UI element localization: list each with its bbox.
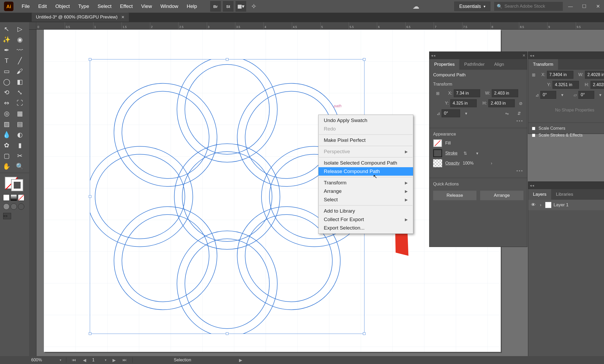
zoom-tool-icon[interactable]: 🔍: [13, 161, 26, 172]
opacity-chevron-icon[interactable]: ›: [487, 159, 496, 167]
prop-h-input[interactable]: 2.403 in: [488, 99, 515, 107]
menu-object[interactable]: Object: [51, 0, 74, 13]
menu-file[interactable]: File: [17, 0, 34, 13]
menu-window[interactable]: Window: [156, 0, 182, 13]
tf-h-input[interactable]: 2.4028 in: [591, 81, 604, 89]
scale-strokes-checkbox[interactable]: [532, 134, 535, 137]
selection-tool-icon[interactable]: ↖: [0, 24, 13, 34]
horizontal-ruler[interactable]: 00.511.522.533.544.555.566.577.588.599.5: [36, 22, 604, 30]
tab-transform[interactable]: Transform: [528, 59, 558, 70]
stock-icon[interactable]: St: [223, 1, 233, 12]
rotate-tool-icon[interactable]: ⟲: [0, 87, 13, 98]
zoom-level-input[interactable]: 600%: [31, 358, 55, 362]
first-artboard-icon[interactable]: ⏮: [71, 357, 77, 363]
fill-swatch-icon[interactable]: [433, 139, 442, 147]
menu-edit[interactable]: Edit: [34, 0, 51, 13]
arrange-documents-icon[interactable]: ▦▾: [236, 1, 246, 12]
menu-type[interactable]: Type: [74, 0, 93, 13]
ruler-origin-icon[interactable]: [29, 22, 36, 30]
rotate-chevron-icon[interactable]: ▾: [462, 109, 471, 117]
tf-rotate-input[interactable]: 0°: [540, 91, 556, 99]
curvature-tool-icon[interactable]: 〰: [13, 45, 26, 55]
blend-tool-icon[interactable]: ◐: [13, 129, 26, 140]
draw-behind-icon[interactable]: [11, 203, 17, 210]
cloud-sync-icon[interactable]: ☁: [409, 0, 423, 13]
layer-name-label[interactable]: Layer 1: [554, 202, 604, 208]
release-button[interactable]: Release: [433, 191, 476, 200]
context-menu-item[interactable]: Select▶: [319, 195, 413, 204]
window-minimize-icon[interactable]: —: [564, 3, 577, 10]
none-mode-icon[interactable]: [18, 194, 24, 201]
tf-x-input[interactable]: 7.3404 in: [547, 71, 573, 79]
tf-w-input[interactable]: 2.4028 in: [585, 71, 604, 79]
context-menu-item[interactable]: Add to Library: [319, 207, 413, 215]
tf-y-input[interactable]: 4.3251 in: [553, 81, 579, 89]
lasso-tool-icon[interactable]: ◉: [13, 34, 26, 45]
expand-layer-icon[interactable]: ›: [538, 202, 543, 208]
menu-effect[interactable]: Effect: [116, 0, 137, 13]
column-graph-tool-icon[interactable]: ▮: [13, 140, 26, 151]
opacity-swatch-icon[interactable]: [433, 159, 442, 167]
last-artboard-icon[interactable]: ⏭: [122, 357, 128, 363]
type-tool-icon[interactable]: T: [0, 55, 13, 66]
scale-corners-checkbox[interactable]: [532, 127, 535, 130]
slice-tool-icon[interactable]: ✂: [13, 151, 26, 161]
magic-wand-tool-icon[interactable]: ✨: [0, 34, 13, 45]
eyedropper-tool-icon[interactable]: 💧: [0, 129, 13, 140]
shaper-tool-icon[interactable]: ◯: [0, 77, 13, 87]
stock-search-input[interactable]: 🔍 Search Adobe Stock: [494, 2, 563, 11]
screen-mode-icon[interactable]: ▭: [3, 213, 11, 219]
perspective-grid-tool-icon[interactable]: ▦: [13, 108, 26, 119]
more-transform-icon[interactable]: •••: [429, 118, 527, 126]
document-tab[interactable]: Untitled-3* @ 600% (RGB/GPU Preview) ✕: [32, 13, 129, 22]
stroke-profile-icon[interactable]: ▾: [473, 149, 482, 157]
rectangle-tool-icon[interactable]: ▭: [0, 66, 13, 77]
prop-x-input[interactable]: 7.34 in: [454, 89, 480, 97]
gradient-mode-icon[interactable]: [11, 194, 17, 201]
symbol-sprayer-tool-icon[interactable]: ✿: [0, 140, 13, 151]
visibility-toggle-icon[interactable]: 👁: [530, 202, 536, 208]
prev-artboard-icon[interactable]: ◀: [82, 357, 87, 363]
flip-horizontal-icon[interactable]: ⇋: [502, 109, 511, 117]
draw-normal-icon[interactable]: [3, 203, 10, 210]
next-artboard-icon[interactable]: ▶: [111, 357, 117, 363]
context-menu-item[interactable]: Make Pixel Perfect: [319, 136, 413, 144]
shape-builder-tool-icon[interactable]: ◎: [0, 108, 13, 119]
artboard-number-input[interactable]: 1: [92, 358, 100, 362]
more-appearance-icon[interactable]: •••: [429, 168, 527, 176]
tab-libraries[interactable]: Libraries: [551, 189, 578, 200]
link-wh-icon[interactable]: ⊘: [518, 99, 523, 107]
panel-close-icon[interactable]: ✕: [522, 53, 526, 58]
color-mode-icon[interactable]: [3, 194, 10, 201]
eraser-tool-icon[interactable]: ◧: [13, 77, 26, 87]
context-menu-item[interactable]: Release Compound Path: [319, 167, 413, 176]
context-menu-item[interactable]: Arrange▶: [319, 187, 413, 195]
width-tool-icon[interactable]: ⇔: [0, 98, 13, 108]
vertical-ruler[interactable]: [29, 30, 36, 356]
prop-y-input[interactable]: 4.325 in: [450, 99, 477, 107]
window-close-icon[interactable]: ✕: [592, 3, 604, 10]
paintbrush-tool-icon[interactable]: 🖌: [13, 66, 26, 77]
fill-stroke-swatch[interactable]: [5, 177, 23, 191]
menu-select[interactable]: Select: [93, 0, 116, 13]
flip-vertical-icon[interactable]: ⇵: [514, 109, 523, 117]
direct-selection-tool-icon[interactable]: ▷: [13, 24, 26, 34]
window-maximize-icon[interactable]: ☐: [578, 3, 590, 10]
prop-rotate-input[interactable]: 0°: [442, 109, 460, 117]
status-menu-icon[interactable]: ▶: [238, 357, 244, 363]
canvas-area[interactable]: 00.511.522.533.544.555.566.577.588.599.5…: [29, 22, 604, 356]
free-transform-tool-icon[interactable]: ⛶: [13, 98, 26, 108]
prop-w-input[interactable]: 2.403 in: [492, 89, 518, 97]
tab-pathfinder[interactable]: Pathfinder: [459, 59, 489, 70]
scale-tool-icon[interactable]: ⤡: [13, 87, 26, 98]
gradient-tool-icon[interactable]: ▤: [13, 119, 26, 129]
artboard-tool-icon[interactable]: ▢: [0, 151, 13, 161]
context-menu-item[interactable]: Isolate Selected Compound Path: [319, 159, 413, 167]
menu-view[interactable]: View: [137, 0, 156, 13]
mesh-tool-icon[interactable]: ▨: [0, 119, 13, 129]
menu-help[interactable]: Help: [182, 0, 201, 13]
zoom-chevron-icon[interactable]: ▾: [60, 358, 61, 362]
close-tab-icon[interactable]: ✕: [121, 15, 125, 20]
line-segment-tool-icon[interactable]: ╱: [13, 55, 26, 66]
draw-inside-icon[interactable]: [18, 203, 24, 210]
